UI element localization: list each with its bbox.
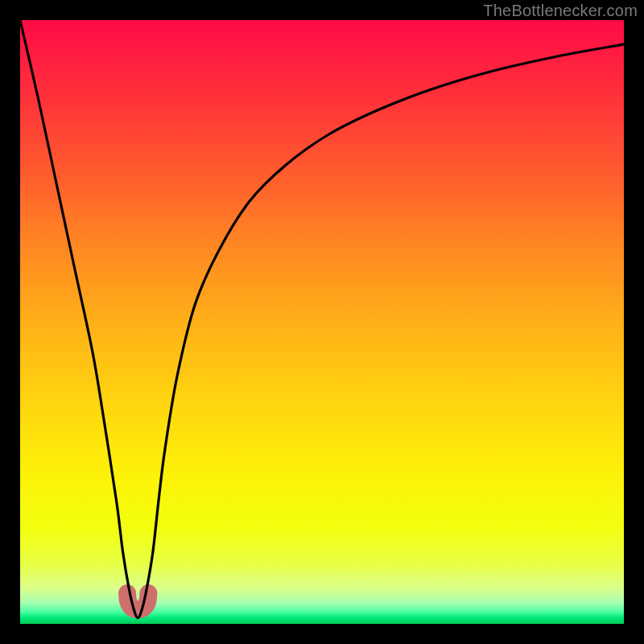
bottleneck-curve [20, 20, 624, 618]
curve-layer [20, 20, 624, 624]
watermark-text: TheBottlenecker.com [483, 2, 638, 20]
chart-frame: TheBottlenecker.com [0, 0, 644, 644]
plot-area [20, 20, 624, 624]
